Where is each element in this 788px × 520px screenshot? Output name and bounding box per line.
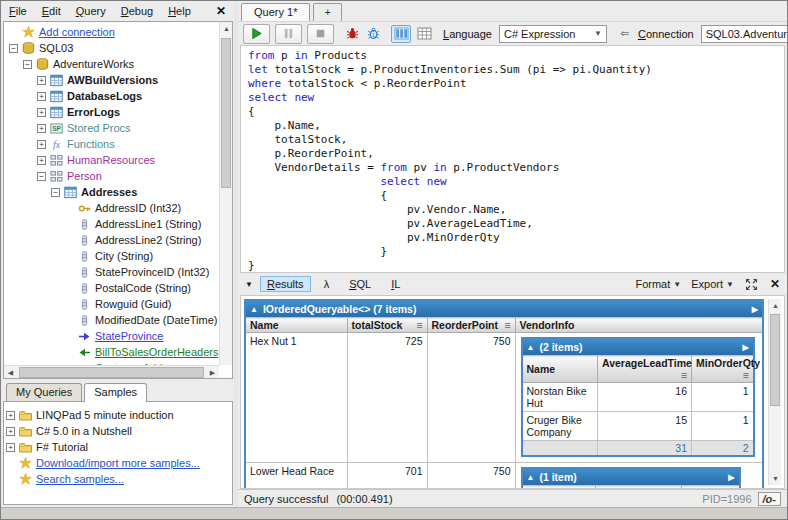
tree-item-c-5-0-in-a-nutshell[interactable]: +C# 5.0 in a Nutshell <box>4 423 232 439</box>
expand-right-icon[interactable]: ▶ <box>742 343 748 352</box>
execute-button[interactable] <box>243 24 270 44</box>
scroll-right-icon[interactable]: ▶ <box>206 366 219 379</box>
column-header-minorderqty[interactable]: MinOrderQty≡ <box>692 356 754 383</box>
tree-item-databaselogs[interactable]: +DatabaseLogs <box>7 88 219 104</box>
column-header-name[interactable]: Name <box>522 486 596 489</box>
column-header-totalstock[interactable]: totalStock≡ <box>347 318 427 333</box>
tree-item-sql03[interactable]: −SQL03 <box>7 40 219 56</box>
debug-bug-icon[interactable] <box>344 27 360 41</box>
scroll-down-icon[interactable]: ▼ <box>769 472 782 485</box>
column-header-vendorinfo[interactable]: VendorInfo <box>515 318 763 333</box>
close-results-icon[interactable]: ✕ <box>770 277 780 291</box>
menu-item-help[interactable]: Help <box>168 5 191 17</box>
tree-expander-icon[interactable]: + <box>37 92 46 101</box>
collapse-results-icon[interactable]: ▼ <box>245 280 253 289</box>
tree-item-stored-procs[interactable]: +SPStored Procs <box>7 120 219 136</box>
tree-item-download-import-more-samples[interactable]: Download/import more samples... <box>4 455 232 471</box>
schema-vertical-scrollbar[interactable]: ▲ <box>219 22 232 365</box>
connection-jump-icon[interactable]: ⇐ <box>617 27 633 41</box>
tab-[interactable]: λ <box>317 276 337 292</box>
expand-right-icon[interactable]: ▶ <box>728 473 734 482</box>
format-menu[interactable]: Format▼ <box>635 278 681 290</box>
tree-item-stateprovinceid-int32[interactable]: StateProvinceID (Int32) <box>7 264 219 280</box>
tree-item-add-connection[interactable]: Add connection <box>7 24 219 40</box>
optimization-toggle[interactable]: /o- <box>758 492 781 506</box>
column-header-averageleadtime[interactable]: AverageLeadTime <box>596 486 682 489</box>
tab-results[interactable]: Results <box>260 276 311 292</box>
stop-button[interactable] <box>307 24 334 44</box>
scroll-up-icon[interactable]: ▲ <box>769 299 782 312</box>
language-select[interactable]: C# Expression▼ <box>499 25 607 43</box>
column-header-reorderpoint[interactable]: ReorderPoint≡ <box>427 318 515 333</box>
tab-il[interactable]: IL <box>384 276 407 292</box>
tree-item-addressline2-string[interactable]: AddressLine2 (String) <box>7 232 219 248</box>
column-header-minorderqty[interactable]: MinOrderQty <box>682 486 740 489</box>
menu-item-edit[interactable]: Edit <box>42 5 61 17</box>
tree-item-billtosalesorderheaders[interactable]: BillToSalesOrderHeaders <box>7 344 219 360</box>
tree-expander-icon[interactable]: + <box>37 156 46 165</box>
column-header-name[interactable]: Name <box>245 318 347 333</box>
tree-item-postalcode-string[interactable]: PostalCode (String) <box>7 280 219 296</box>
tree-item-linqpad-5-minute-induction[interactable]: +LINQPad 5 minute induction <box>4 407 232 423</box>
grid-title-bar[interactable]: ▲(1 item)▶ <box>522 468 740 486</box>
column-header-name[interactable]: Name <box>522 356 598 383</box>
tree-item-modifieddate-datetime[interactable]: ModifiedDate (DateTime) <box>7 312 219 328</box>
tree-item-addressid-int32[interactable]: AddressID (Int32) <box>7 200 219 216</box>
tree-item-person[interactable]: −Person <box>7 168 219 184</box>
connection-select[interactable]: SQL03.AdventureV▼ <box>701 25 788 43</box>
grid-title-bar[interactable]: ▲(2 items)▶ <box>522 338 754 356</box>
data-grid-results-icon[interactable] <box>416 27 432 41</box>
tree-item-city-string[interactable]: City (String) <box>7 248 219 264</box>
sort-icon[interactable]: ≡ <box>742 369 748 381</box>
tree-expander-icon[interactable]: + <box>37 76 46 85</box>
tree-expander-icon[interactable]: − <box>9 44 18 53</box>
debug-attach-bug-icon[interactable]: 1 <box>365 27 381 41</box>
grid-title-bar[interactable]: ▲IOrderedQueryable<> (7 items)▶ <box>245 300 763 318</box>
menu-item-file[interactable]: File <box>9 5 27 17</box>
sort-icon[interactable]: ≡ <box>416 319 422 331</box>
tab-query-1[interactable]: Query 1* <box>241 3 310 21</box>
tree-expander-icon[interactable]: + <box>37 140 46 149</box>
tab-sql[interactable]: SQL <box>342 276 378 292</box>
rich-text-results-icon[interactable] <box>391 25 411 43</box>
expand-right-icon[interactable]: ▶ <box>752 305 758 314</box>
scroll-left-icon[interactable]: ◀ <box>4 366 17 379</box>
tree-item-awbuildversions[interactable]: +AWBuildVersions <box>7 72 219 88</box>
sort-icon[interactable]: ≡ <box>681 369 687 381</box>
schema-horizontal-scrollbar[interactable]: ◀ ▶ <box>4 365 219 378</box>
tree-expander-icon[interactable]: + <box>6 411 15 420</box>
tree-expander-icon[interactable]: − <box>23 60 32 69</box>
tree-item-f-tutorial[interactable]: +F# Tutorial <box>4 439 232 455</box>
column-header-averageleadtime[interactable]: AverageLeadTime≡ <box>598 356 692 383</box>
undock-results-icon[interactable] <box>744 277 760 291</box>
new-query-tab-button[interactable]: + <box>313 3 341 21</box>
tree-item-stateprovince[interactable]: StateProvince <box>7 328 219 344</box>
menu-item-query[interactable]: Query <box>76 5 106 17</box>
scrollbar-thumb[interactable] <box>19 367 204 378</box>
export-menu[interactable]: Export▼ <box>691 278 734 290</box>
tree-expander-icon[interactable]: − <box>51 188 60 197</box>
menu-item-debug[interactable]: Debug <box>121 5 153 17</box>
tab-my-queries[interactable]: My Queries <box>6 383 82 401</box>
code-editor[interactable]: from p in Productslet totalStock = p.Pro… <box>240 45 785 273</box>
tree-expander-icon[interactable]: + <box>6 427 15 436</box>
tree-expander-icon[interactable]: + <box>37 124 46 133</box>
tree-item-functions[interactable]: +fxFunctions <box>7 136 219 152</box>
tab-samples[interactable]: Samples <box>84 383 147 402</box>
close-icon[interactable]: ✕ <box>216 4 226 18</box>
tree-expander-icon[interactable]: + <box>6 443 15 452</box>
sort-icon[interactable]: ≡ <box>504 319 510 331</box>
tree-item-rowguid-guid[interactable]: Rowguid (Guid) <box>7 296 219 312</box>
tree-item-humanresources[interactable]: +HumanResources <box>7 152 219 168</box>
pause-button[interactable] <box>275 24 302 44</box>
tree-item-addresses[interactable]: −Addresses <box>7 184 219 200</box>
tree-item-search-samples[interactable]: Search samples... <box>4 471 232 487</box>
scrollbar-thumb[interactable] <box>221 38 231 188</box>
results-vertical-scrollbar[interactable]: ▲ ▼ <box>768 299 781 485</box>
scroll-up-icon[interactable]: ▲ <box>220 22 233 35</box>
tree-expander-icon[interactable]: + <box>37 108 46 117</box>
tree-item-errorlogs[interactable]: +ErrorLogs <box>7 104 219 120</box>
tree-item-addressline1-string[interactable]: AddressLine1 (String) <box>7 216 219 232</box>
tree-expander-icon[interactable]: − <box>37 172 46 181</box>
tree-item-adventureworks[interactable]: −AdventureWorks <box>7 56 219 72</box>
